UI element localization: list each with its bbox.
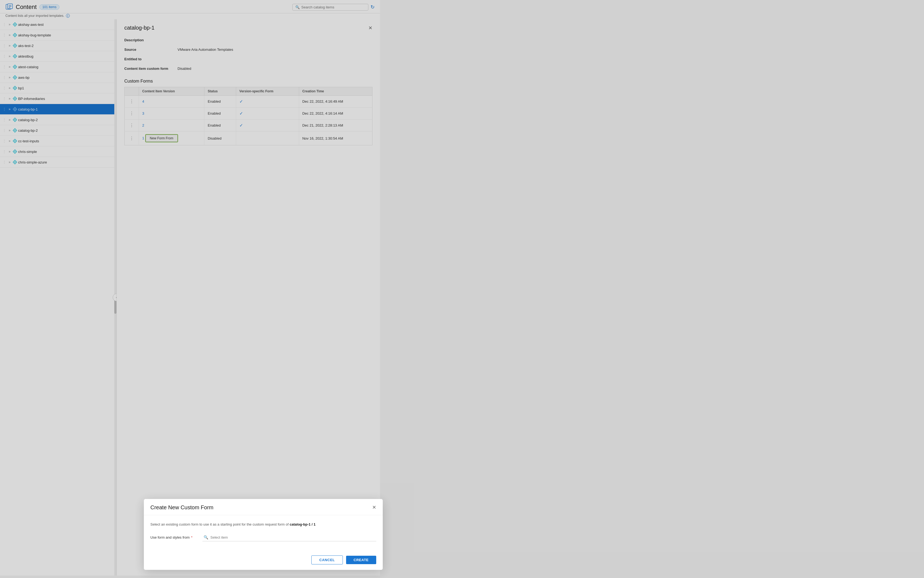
create-button[interactable]: CREATE [346,556,376,564]
modal-body: Select an existing custom form to use it… [144,515,380,552]
modal-overlay: Create New Custom Form ✕ Select an exist… [0,0,380,576]
required-indicator: * [190,535,193,539]
modal-description-entity: catalog-bp-1 / 1 [290,522,316,526]
select-search-icon: 🔍 [204,535,208,539]
modal-title: Create New Custom Form [150,504,214,511]
modal-close-button[interactable]: ✕ [372,504,376,510]
create-custom-form-modal: Create New Custom Form ✕ Select an exist… [144,499,380,570]
select-item-field[interactable]: 🔍 [202,533,376,541]
cancel-button[interactable]: CANCEL [311,555,343,564]
modal-description-prefix: Select an existing custom form to use it… [150,522,288,526]
modal-description: Select an existing custom form to use it… [150,522,376,527]
use-form-label: Use form and styles from * [150,535,199,539]
modal-header: Create New Custom Form ✕ [144,499,380,515]
modal-footer: CANCEL CREATE [144,552,380,570]
select-item-input[interactable] [210,535,375,539]
form-field-row: Use form and styles from * 🔍 [150,533,376,541]
